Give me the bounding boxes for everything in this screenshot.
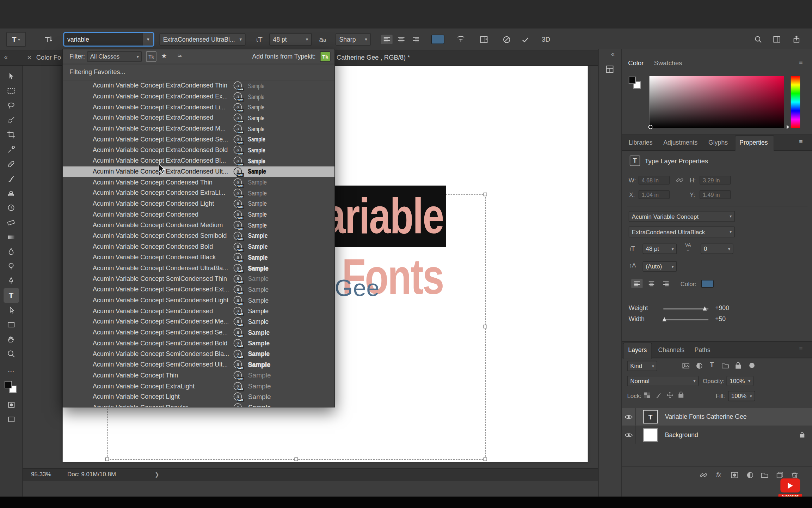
tab-adjustments[interactable]: Adjustments <box>663 139 697 146</box>
filter-classes-select[interactable]: All Classes <box>87 51 142 61</box>
font-list-item[interactable]: Acumin Variable Concept ExtraCondensed U… <box>63 166 334 177</box>
width-value-field[interactable]: 4.68 in <box>639 176 670 185</box>
font-list-item[interactable]: Acumin Variable Concept Condensed Medium… <box>63 220 334 230</box>
font-style-combo[interactable]: ExtraCondensed UltraBl... <box>160 33 246 46</box>
font-list-item[interactable]: Acumin Variable Concept Condensed ExtraL… <box>63 188 334 198</box>
font-list-item[interactable]: Acumin Variable Concept Condensed BoldaV… <box>63 241 334 252</box>
toolbar-collapse-icon[interactable]: « <box>4 53 8 61</box>
text-orientation-button[interactable] <box>42 34 55 45</box>
properties-align-right-button[interactable] <box>660 279 671 288</box>
typekit-filter-button[interactable]: Tk <box>146 51 156 61</box>
edit-toolbar-button[interactable]: ⋯ <box>4 364 19 379</box>
document-size-info[interactable]: Doc: 9.01M/10.8M <box>67 471 116 478</box>
selection-handle[interactable] <box>484 325 487 328</box>
filter-smart-objects-icon[interactable] <box>735 362 742 369</box>
font-list-item[interactable]: Acumin Variable Concept ExtraCondensed M… <box>63 123 334 134</box>
zoom-level[interactable]: 95.33% <box>31 471 51 478</box>
selection-handle[interactable] <box>484 193 487 196</box>
layers-menu-icon[interactable]: ≡ <box>799 345 803 353</box>
font-list-item[interactable]: Acumin Variable Concept SemiCondensed Bl… <box>63 349 334 359</box>
workspace-button[interactable] <box>770 34 783 45</box>
lock-pixels-icon[interactable] <box>655 392 662 399</box>
weight-value[interactable]: +900 <box>715 304 729 312</box>
rectangle-tool[interactable] <box>4 318 19 332</box>
font-list-item[interactable]: Acumin Variable Concept SemiCondensed Ex… <box>63 284 334 295</box>
layer-visibility-toggle[interactable] <box>622 426 636 444</box>
font-list-item[interactable]: Acumin Variable Concept ThinaVARSample <box>63 370 334 381</box>
font-list-item[interactable]: Acumin Variable Concept RegularaVARSampl… <box>63 402 334 407</box>
blend-mode-select[interactable]: Normal <box>627 376 699 386</box>
clone-stamp-tool[interactable] <box>4 186 19 200</box>
font-list-item[interactable]: Acumin Variable Concept CondensedaVARSam… <box>63 209 334 220</box>
font-family-combo[interactable]: ▾ <box>64 33 153 46</box>
width-value[interactable]: +50 <box>715 315 726 322</box>
font-list-item[interactable]: Acumin Variable Concept Condensed Blacka… <box>63 252 334 262</box>
toggle-panels-button[interactable] <box>476 34 491 45</box>
layer-filter-kind-select[interactable]: Kind <box>627 361 657 371</box>
properties-align-left-button[interactable] <box>631 279 642 288</box>
type-tool[interactable]: T <box>4 288 19 303</box>
align-right-button[interactable] <box>410 35 422 44</box>
tab-channels[interactable]: Channels <box>658 346 685 354</box>
lock-transparency-icon[interactable] <box>644 392 650 399</box>
layer-style-button[interactable]: fx <box>716 471 721 479</box>
layer-thumbnail[interactable]: T <box>643 410 658 423</box>
screen-mode-button[interactable] <box>4 412 19 427</box>
tab-layers[interactable]: Layers <box>628 346 647 354</box>
gradient-tool[interactable] <box>4 230 19 244</box>
similar-fonts-button[interactable]: ≈ <box>178 51 182 60</box>
cancel-edits-button[interactable] <box>499 34 513 45</box>
weight-slider-handle[interactable] <box>703 306 707 310</box>
dock-collapse-icon[interactable]: « <box>611 50 615 58</box>
marquee-tool[interactable] <box>4 84 19 98</box>
zoom-tool[interactable] <box>4 346 19 361</box>
tab-paths[interactable]: Paths <box>694 346 710 354</box>
status-chevron-icon[interactable]: ❯ <box>155 472 159 477</box>
add-mask-button[interactable] <box>731 471 738 479</box>
align-left-button[interactable] <box>381 35 392 44</box>
commit-edits-button[interactable] <box>518 34 532 45</box>
selection-handle[interactable] <box>105 458 109 461</box>
path-selection-tool[interactable] <box>4 303 19 317</box>
pen-tool[interactable] <box>4 273 19 288</box>
3d-button[interactable]: 3D <box>542 35 550 43</box>
quick-mask-button[interactable] <box>4 398 19 412</box>
link-dimensions-icon[interactable] <box>676 176 684 184</box>
filter-group-layers-icon[interactable] <box>721 362 729 370</box>
color-panel-menu-icon[interactable]: ≡ <box>799 59 803 66</box>
font-list-item[interactable]: Acumin Variable Concept LightaVARSample <box>63 391 334 402</box>
filter-type-layers-icon[interactable]: T <box>710 361 714 369</box>
font-name-input[interactable] <box>64 33 142 46</box>
font-list-item[interactable]: Acumin Variable Concept Condensed Semibo… <box>63 230 334 241</box>
properties-tracking-select[interactable]: 0 <box>701 244 733 254</box>
font-size-combo[interactable]: 48 pt <box>269 33 312 46</box>
lock-position-icon[interactable] <box>666 392 673 399</box>
font-list-item[interactable]: Acumin Variable Concept ExtraCondensedaV… <box>63 113 334 123</box>
hue-slider-pointer[interactable] <box>787 125 789 129</box>
font-list-item[interactable]: Acumin Variable Concept Condensed ThinaV… <box>63 177 334 187</box>
filter-pixel-layers-icon[interactable] <box>682 362 690 370</box>
properties-leading-select[interactable]: (Auto) <box>643 261 677 272</box>
font-list-item[interactable]: Acumin Variable Concept ExtraCondensed S… <box>63 134 334 145</box>
healing-brush-tool[interactable] <box>4 157 19 171</box>
dodge-tool[interactable] <box>4 259 19 273</box>
font-family-dropdown-arrow[interactable]: ▾ <box>142 33 153 46</box>
tab-swatches[interactable]: Swatches <box>654 60 682 67</box>
active-tab-title[interactable]: Catherine Gee , RGB/8) * <box>337 54 410 61</box>
font-list-item[interactable]: Acumin Variable Concept ExtraCondensed T… <box>63 80 334 91</box>
layer-visibility-toggle[interactable] <box>622 408 636 425</box>
text-color-swatch[interactable] <box>431 35 444 44</box>
link-layers-button[interactable] <box>700 471 707 479</box>
layer-filter-toggle[interactable] <box>749 363 755 368</box>
new-layer-button[interactable] <box>776 471 783 479</box>
layer-thumbnail[interactable] <box>643 428 658 442</box>
anti-alias-combo[interactable]: Sharp <box>336 33 371 46</box>
brush-tool[interactable] <box>4 171 19 186</box>
layer-name[interactable]: Background <box>665 431 698 439</box>
weight-slider-track[interactable] <box>663 308 708 309</box>
properties-font-style-select[interactable]: ExtraCondensed UltraBlack <box>629 226 735 237</box>
font-list-item[interactable]: Acumin Variable Concept ExtraCondensed B… <box>63 156 334 166</box>
font-list-item[interactable]: Acumin Variable Concept ExtraCondensed B… <box>63 145 334 155</box>
font-list-item[interactable]: Acumin Variable Concept SemiCondensed Bo… <box>63 338 334 348</box>
properties-font-family-select[interactable]: Acumin Variable Concept <box>629 211 735 222</box>
